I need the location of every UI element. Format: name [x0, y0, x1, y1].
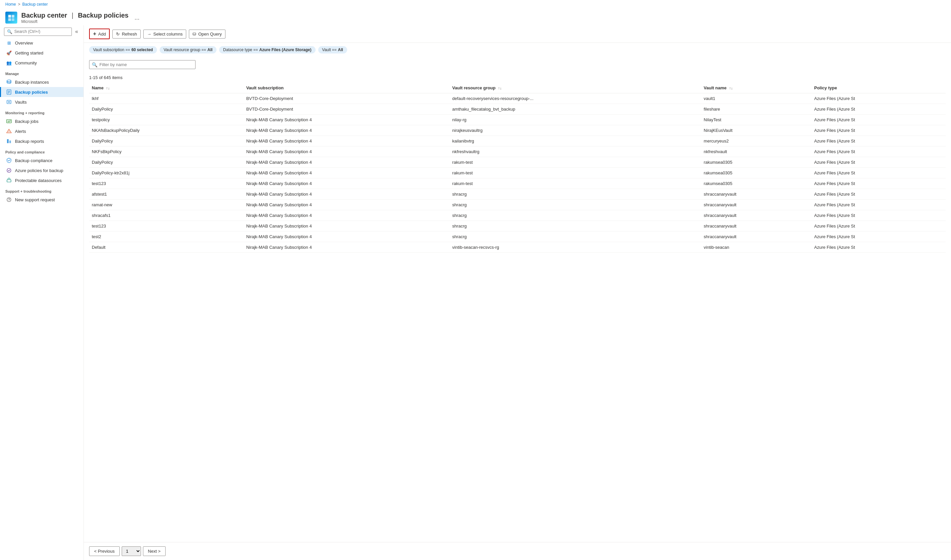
table-row[interactable]: DailyPolicy BVTD-Core-Deployment amthaku… — [89, 104, 946, 115]
cell-vault-subscription: Nirajk-MAB Canary Subscription 4 — [243, 231, 449, 242]
cell-vault-subscription: Nirajk-MAB Canary Subscription 4 — [243, 200, 449, 210]
cell-vault-resource-group: shracrg — [449, 210, 701, 221]
ellipsis-button[interactable]: ... — [132, 14, 141, 22]
sidebar-item-label: Backup instances — [15, 80, 49, 85]
col-vault-name[interactable]: Vault name ↑↓ — [701, 83, 811, 93]
refresh-button[interactable]: ↻ Refresh — [113, 29, 140, 38]
cell-policy-type: Azure Files (Azure St — [811, 242, 946, 253]
sidebar-item-label: Azure policies for backup — [15, 168, 63, 173]
sidebar-item-getting-started[interactable]: 🚀 Getting started — [0, 48, 83, 58]
select-columns-button[interactable]: → Select columns — [143, 29, 186, 38]
filter-search-icon: 🔍 — [92, 62, 97, 68]
sidebar-section-manage: Manage — [0, 68, 83, 77]
table-row[interactable]: test123 Nirajk-MAB Canary Subscription 4… — [89, 221, 946, 231]
cell-vault-name: mercuryeus2 — [701, 136, 811, 146]
table-row[interactable]: testpolicy Nirajk-MAB Canary Subscriptio… — [89, 115, 946, 125]
svg-rect-17 — [9, 140, 11, 143]
reports-icon — [6, 138, 12, 144]
search-icon: 🔍 — [7, 29, 12, 34]
filter-vault-resource-group[interactable]: Vault resource group == All — [160, 46, 216, 54]
breadcrumb-backup-center[interactable]: Backup center — [22, 2, 48, 7]
cell-name: DailyPolicy — [89, 136, 243, 146]
table-row[interactable]: test123 Nirajk-MAB Canary Subscription 4… — [89, 178, 946, 189]
table-row[interactable]: NKFsBkpPolicy Nirajk-MAB Canary Subscrip… — [89, 146, 946, 157]
breadcrumb: Home > Backup center — [0, 0, 951, 9]
datasource-icon — [6, 178, 12, 183]
sidebar-item-community[interactable]: 👥 Community — [0, 58, 83, 68]
filter-vault-subscription[interactable]: Vault subscription == 60 selected — [89, 46, 157, 54]
sidebar-section-policy: Policy and compliance — [0, 146, 83, 155]
page-select[interactable]: 1 2 3 4 5 — [122, 546, 141, 556]
azure-policy-icon — [6, 168, 12, 173]
svg-rect-2 — [8, 18, 11, 21]
cell-name: DailyPolicy — [89, 104, 243, 115]
sidebar-item-protectable-datasources[interactable]: Protectable datasources — [0, 175, 83, 185]
table-row[interactable]: afstest1 Nirajk-MAB Canary Subscription … — [89, 189, 946, 200]
sidebar-item-alerts[interactable]: Alerts — [0, 126, 83, 136]
sidebar-item-label: Overview — [15, 40, 33, 46]
add-button[interactable]: + Add — [89, 29, 110, 39]
cell-vault-name: shraccanaryvault — [701, 221, 811, 231]
cell-vault-name: rakumsea0305 — [701, 178, 811, 189]
cell-vault-name: fileshare — [701, 104, 811, 115]
svg-point-4 — [7, 80, 11, 82]
cell-vault-name: nkfreshvault — [701, 146, 811, 157]
svg-point-10 — [8, 101, 10, 103]
cell-policy-type: Azure Files (Azure St — [811, 115, 946, 125]
support-icon — [6, 197, 12, 202]
alert-icon — [6, 129, 12, 134]
sidebar-item-new-support[interactable]: New support request — [0, 195, 83, 205]
cell-vault-subscription: Nirajk-MAB Canary Subscription 4 — [243, 146, 449, 157]
sidebar-section-monitoring: Monitoring + reporting — [0, 107, 83, 116]
rocket-icon: 🚀 — [6, 50, 12, 55]
col-policy-type[interactable]: Policy type — [811, 83, 946, 93]
table-row[interactable]: DailyPolicy-ktr2x81j Nirajk-MAB Canary S… — [89, 168, 946, 178]
col-vault-subscription[interactable]: Vault subscription — [243, 83, 449, 93]
cell-policy-type: Azure Files (Azure St — [811, 93, 946, 104]
sidebar-search-box[interactable]: 🔍 — [4, 28, 72, 36]
sidebar-item-backup-policies[interactable]: Backup policies — [0, 87, 83, 97]
sort-icon-vname: ↑↓ — [729, 86, 733, 90]
sidebar-item-label: Alerts — [15, 129, 26, 134]
cell-policy-type: Azure Files (Azure St — [811, 157, 946, 168]
cell-policy-type: Azure Files (Azure St — [811, 146, 946, 157]
cell-vault-subscription: Nirajk-MAB Canary Subscription 4 — [243, 157, 449, 168]
next-button[interactable]: Next > — [143, 546, 165, 556]
cell-vault-resource-group: kailanibvtrg — [449, 136, 701, 146]
sidebar-item-backup-reports[interactable]: Backup reports — [0, 136, 83, 146]
cell-name: testpolicy — [89, 115, 243, 125]
database-icon — [6, 79, 12, 85]
col-vault-resource-group[interactable]: Vault resource group ↑↓ — [449, 83, 701, 93]
sidebar-collapse-button[interactable]: « — [74, 27, 79, 36]
cell-name: test2 — [89, 231, 243, 242]
table-row[interactable]: NKAfsBackupPolicyDaily Nirajk-MAB Canary… — [89, 125, 946, 136]
previous-button[interactable]: < Previous — [89, 546, 120, 556]
svg-rect-1 — [12, 15, 14, 18]
col-name[interactable]: Name ↑↓ — [89, 83, 243, 93]
sidebar-item-azure-policies[interactable]: Azure policies for backup — [0, 165, 83, 175]
table-row[interactable]: DailyPolicy Nirajk-MAB Canary Subscripti… — [89, 157, 946, 168]
table-row[interactable]: lkhf BVTD-Core-Deployment default-recove… — [89, 93, 946, 104]
search-input[interactable] — [14, 29, 69, 34]
filter-datasource-type[interactable]: Datasource type == Azure Files (Azure St… — [219, 46, 315, 54]
table-row[interactable]: test2 Nirajk-MAB Canary Subscription 4 s… — [89, 231, 946, 242]
cell-vault-name: vintib-seacan — [701, 242, 811, 253]
table-row[interactable]: Default Nirajk-MAB Canary Subscription 4… — [89, 242, 946, 253]
table-row[interactable]: ramat-new Nirajk-MAB Canary Subscription… — [89, 200, 946, 210]
filter-by-name-input[interactable] — [89, 60, 196, 69]
breadcrumb-home[interactable]: Home — [5, 2, 16, 7]
table-row[interactable]: DailyPolicy Nirajk-MAB Canary Subscripti… — [89, 136, 946, 146]
cell-name: test123 — [89, 178, 243, 189]
cell-policy-type: Azure Files (Azure St — [811, 189, 946, 200]
sidebar-item-backup-compliance[interactable]: Backup compliance — [0, 155, 83, 165]
sidebar-item-vaults[interactable]: Vaults — [0, 97, 83, 107]
table-row[interactable]: shracafs1 Nirajk-MAB Canary Subscription… — [89, 210, 946, 221]
sidebar-item-backup-instances[interactable]: Backup instances — [0, 77, 83, 87]
open-query-button[interactable]: ⛁ Open Query — [189, 29, 225, 38]
sidebar-item-overview[interactable]: ⊞ Overview — [0, 38, 83, 48]
sidebar-item-backup-jobs[interactable]: Backup jobs — [0, 116, 83, 126]
cell-policy-type: Azure Files (Azure St — [811, 168, 946, 178]
sidebar-item-label: Protectable datasources — [15, 178, 62, 183]
filter-vault[interactable]: Vault == All — [318, 46, 347, 54]
cell-vault-subscription: Nirajk-MAB Canary Subscription 4 — [243, 125, 449, 136]
